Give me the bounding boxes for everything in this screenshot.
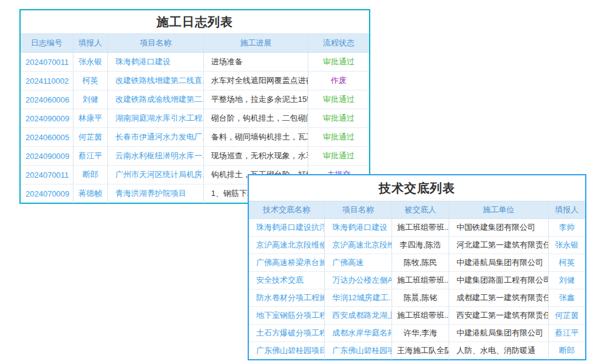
cell-disclosure-name[interactable]: 珠海鹤港口建设抗浮... [249,219,325,237]
cell-contractor: 西安建工第一建筑有限责任公司 [449,307,548,325]
cell-status: 审批通过 [308,90,369,109]
cell-reporter[interactable]: 断郎 [548,342,585,360]
cell-progress: 水车对全线遮阳网覆盖点进行... [203,72,308,90]
cell-disclosure-name[interactable]: 地下室钢筋分项工程... [249,307,325,325]
cell-project-name[interactable]: 长春市伊通河水力发电厂... [107,128,203,147]
cell-reporter[interactable]: 柯英 [548,254,585,272]
column-header-disclosure-name: 技术交底名称 [249,201,325,219]
tech-disclosure-title: 技术交底列表 [249,175,585,201]
cell-project-name[interactable]: 珠海鹤港口建设 [325,219,392,237]
cell-project-name[interactable]: 改建铁路成渝线增建第二... [107,90,203,109]
tech-disclosure-body: 珠海鹤港口建设抗浮...珠海鹤港口建设施工班组带班...中国铁建集团有限公司李帅… [249,219,585,360]
cell-reporter[interactable]: 张鑫 [548,289,585,307]
cell-project-name[interactable]: 湖南洞庭湖水库引水工程... [107,109,203,128]
cell-contractor: 中国铁建集团有限公司 [449,219,548,237]
cell-reporter[interactable]: 张永银 [73,53,107,72]
table-row: 2024090009蔡江平云南水利枢纽潜明水库一...现场巡查，无积水现象，水马… [21,147,369,166]
cell-reporter[interactable]: 何芷茵 [548,307,585,325]
cell-disclosure-name[interactable]: 安全技术交底 [249,272,325,289]
cell-project-name[interactable]: 广州市天河区统计局机房... [107,166,203,184]
cell-progress: 现场巡查，无积水现象，水马... [203,147,308,166]
cell-receiver: 陈牧,陈民 [392,254,449,272]
cell-log-id[interactable]: 2024070009 [21,184,73,203]
cell-log-id[interactable]: 2024060006 [21,90,73,109]
column-header-project-name: 项目名称 [107,34,203,53]
cell-log-id[interactable]: 2024060005 [21,128,73,147]
tech-disclosure-panel: 技术交底列表 技术交底名称项目名称被交底人施工单位填报人 珠海鹤港口建设抗浮..… [248,174,586,360]
cell-contractor: 中建港航局集团有限公司 [449,325,548,342]
cell-reporter[interactable]: 蔡江平 [548,325,585,342]
cell-project-name[interactable]: 成都水岸华庭名苑... [325,325,392,342]
table-row: 2024090009林康平湖南洞庭湖水库引水工程...砌台阶，钩机排土，二包砌间… [21,109,369,128]
header-row: 日志编号填报人项目名称施工进展流程状态 [21,34,369,53]
cell-project-name[interactable]: 华润12城房建工... [325,289,392,307]
cell-disclosure-name[interactable]: 土石方爆破分项工程... [249,325,325,342]
table-row: 防水卷材分项工程施...华润12城房建工...陈晨,陈铭成都建工第一建筑有限责任… [249,289,585,307]
cell-project-name[interactable]: 西安成都路龙湖上... [325,307,392,325]
table-row: 安全技术交底万达办公楼左侧A...施工班组带班...中建集团路面工程有限公司刘健 [249,272,585,289]
cell-log-id[interactable]: 2024090009 [21,109,73,128]
cell-disclosure-name[interactable]: 广东佛山碧桂园项目... [249,342,325,360]
cell-disclosure-name[interactable]: 广佛高速桥梁承台施... [249,254,325,272]
cell-contractor: 人防、水电、消防暖通 [449,342,548,360]
cell-progress: 砌台阶，钩机排土，二包砌间... [203,109,308,128]
cell-log-id[interactable]: 2024070011 [21,166,73,184]
table-row: 2024110002柯英改建铁路线增建第二线直...水车对全线遮阳网覆盖点进行.… [21,72,369,90]
table-row: 2024070011张永银珠海鹤港口建设进场准备审批通过 [21,53,369,72]
table-row: 土石方爆破分项工程...成都水岸华庭名苑...许华,李海中建港航局集团有限公司蔡… [249,325,585,342]
cell-contractor: 成都建工第一建筑有限责任公司 [449,289,548,307]
cell-disclosure-name[interactable]: 京沪高速北京段维修... [249,237,325,254]
cell-project-name[interactable]: 珠海鹤港口建设 [107,53,203,72]
cell-log-id[interactable]: 2024070011 [21,53,73,72]
cell-log-id[interactable]: 2024110002 [21,72,73,90]
table-row: 广佛高速桥梁承台施...广佛高速陈牧,陈民中建港航局集团有限公司柯英 [249,254,585,272]
cell-receiver: 许华,李海 [392,325,449,342]
cell-reporter[interactable]: 蒋德帧 [73,184,107,203]
cell-reporter[interactable]: 张永银 [548,237,585,254]
table-row: 广东佛山碧桂园项目...广东佛山碧桂园项目王海施工队全队人防、水电、消防暖通断郎 [249,342,585,360]
header-row: 技术交底名称项目名称被交底人施工单位填报人 [249,201,585,219]
cell-project-name[interactable]: 改建铁路线增建第二线直... [107,72,203,90]
cell-receiver: 陈晨,陈铭 [392,289,449,307]
column-header-project-name: 项目名称 [325,201,392,219]
cell-project-name[interactable]: 万达办公楼左侧A... [325,272,392,289]
construction-log-title: 施工日志列表 [21,10,369,33]
table-row: 地下室钢筋分项工程...西安成都路龙湖上...施工班组带班...西安建工第一建筑… [249,307,585,325]
cell-project-name[interactable]: 京沪高速北京段维修 [325,237,392,254]
table-row: 2024060006刘健改建铁路成渝线增建第二...平整场地，拉走多余泥土15辆… [21,90,369,109]
cell-receiver: 王海施工队全队 [392,342,449,360]
cell-reporter[interactable]: 林康平 [73,109,107,128]
cell-progress: 平整场地，拉走多余泥土15辆... [203,90,308,109]
cell-receiver: 施工班组带班... [392,307,449,325]
cell-log-id[interactable]: 2024090009 [21,147,73,166]
cell-status: 审批通过 [308,147,369,166]
cell-progress: 备料，砌间墙钩机排土，瓦工... [203,128,308,147]
column-header-receiver: 被交底人 [392,201,449,219]
cell-reporter[interactable]: 蔡江平 [73,147,107,166]
cell-reporter[interactable]: 何芷茵 [73,128,107,147]
cell-project-name[interactable]: 广佛高速 [325,254,392,272]
cell-project-name[interactable]: 云南水利枢纽潜明水库一... [107,147,203,166]
cell-contractor: 河北建工第一建筑有限责任公司 [449,237,548,254]
cell-reporter[interactable]: 柯英 [73,72,107,90]
column-header-contractor: 施工单位 [449,201,548,219]
table-row: 京沪高速北京段维修...京沪高速北京段维修李四海,陈浩河北建工第一建筑有限责任公… [249,237,585,254]
cell-reporter[interactable]: 刘健 [548,272,585,289]
cell-status: 审批通过 [308,109,369,128]
cell-contractor: 中建港航局集团有限公司 [449,254,548,272]
construction-log-header: 日志编号填报人项目名称施工进展流程状态 [21,34,369,53]
table-row: 2024060005何芷茵长春市伊通河水力发电厂...备料，砌间墙钩机排土，瓦工… [21,128,369,147]
column-header-log-id: 日志编号 [21,34,73,53]
cell-disclosure-name[interactable]: 防水卷材分项工程施... [249,289,325,307]
cell-contractor: 中建集团路面工程有限公司 [449,272,548,289]
cell-project-name[interactable]: 青海洪湖养护院项目 [107,184,203,203]
cell-status: 审批通过 [308,53,369,72]
cell-reporter[interactable]: 刘健 [73,90,107,109]
column-header-reporter: 填报人 [548,201,585,219]
cell-receiver: 李四海,陈浩 [392,237,449,254]
tech-disclosure-header: 技术交底名称项目名称被交底人施工单位填报人 [249,201,585,219]
cell-project-name[interactable]: 广东佛山碧桂园项目 [325,342,392,360]
cell-reporter[interactable]: 断郎 [73,166,107,184]
cell-reporter[interactable]: 李帅 [548,219,585,237]
column-header-status: 流程状态 [308,34,369,53]
